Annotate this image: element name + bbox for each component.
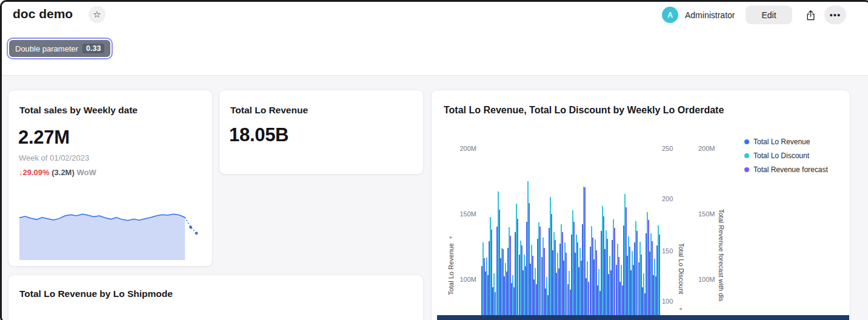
delta-period: WoW [76, 168, 96, 177]
delta-percent: 29.09% [23, 168, 50, 177]
bar-group [646, 212, 649, 320]
legend-dot [744, 153, 749, 158]
share-button[interactable] [801, 6, 820, 24]
right-axis-title: Total Revenue forecast with dis [718, 209, 725, 301]
bar-group [485, 258, 489, 320]
sparkline-point [195, 232, 198, 235]
bar-group [623, 194, 627, 320]
axis-tick: 150M [456, 210, 476, 218]
card-title: Total Lo Revenue, Total Lo Discount by W… [444, 105, 724, 116]
bar-group [601, 206, 604, 320]
app-window: doc demo ☆ A Administrator Edit ••• Doub… [0, 0, 868, 320]
parameter-label: Double parameter [15, 44, 78, 53]
avatar[interactable]: A [662, 7, 678, 23]
bar-group [511, 275, 515, 320]
bar-group [597, 269, 601, 320]
middle-axis-title: Total Lo Discount [678, 243, 685, 294]
bar-group [649, 233, 653, 320]
kpi-sales-card: Total sales by Weekly date 2.27M Week of… [8, 90, 213, 267]
axis-tick: 150M [698, 210, 715, 218]
bar-group [530, 245, 533, 320]
bar-group [563, 242, 567, 320]
bar-group [619, 265, 623, 320]
bar-group [575, 235, 578, 320]
doc-title: doc demo [13, 7, 73, 21]
bar-group [593, 239, 597, 320]
kpi-value: 2.27M [18, 127, 70, 148]
bar-group [559, 224, 563, 320]
bar-group [492, 273, 496, 320]
bar-group [515, 204, 518, 320]
sales-sparkline[interactable] [19, 210, 196, 260]
bar-group [582, 187, 586, 320]
axis-tick: 200M [698, 145, 715, 153]
axis-tick: 250 [662, 145, 673, 153]
card-title: Total Lo Revenue [230, 105, 308, 116]
bar-group [616, 244, 619, 320]
sparkline-point [189, 226, 192, 229]
bar-group [556, 253, 559, 320]
axis-pan-left-icon[interactable]: ◂ [679, 306, 682, 312]
clipped-chart-bar [437, 315, 849, 320]
shipmode-card: Total Lo Revenue by Lo Shipmode [8, 275, 424, 320]
bar-group [533, 268, 537, 320]
legend-label: Total Lo Discount [753, 152, 809, 160]
bar-group [604, 230, 608, 320]
card-title: Total Lo Revenue by Lo Shipmode [19, 288, 173, 299]
legend-label: Total Lo Revenue [753, 138, 810, 146]
legend-item[interactable]: Total Lo Revenue [744, 138, 828, 146]
bar-group [642, 273, 646, 320]
kpi-revenue-card: Total Lo Revenue 18.05B [219, 90, 424, 175]
bar[interactable] [659, 235, 660, 320]
user-name: Administrator [685, 10, 735, 20]
legend-label: Total Revenue forecast [753, 165, 828, 174]
kpi-subtitle: Week of 01/02/2023 [19, 153, 89, 162]
bar-group [656, 225, 660, 320]
legend-dot [744, 167, 749, 172]
legend-item[interactable]: Total Revenue forecast [744, 165, 828, 174]
parameter-control[interactable]: Double parameter 0.33 [7, 38, 113, 59]
edit-button[interactable]: Edit [746, 5, 792, 24]
bar-group [496, 192, 500, 320]
bar-group [537, 222, 541, 320]
kpi-value: 18.05B [229, 124, 289, 146]
bar-group [519, 241, 522, 320]
axis-tick: 100M [698, 276, 715, 284]
combo-plot[interactable] [481, 140, 661, 320]
bar-group [586, 261, 589, 320]
axis-pan-right-icon[interactable]: ▸ [450, 235, 453, 240]
favorite-button[interactable]: ☆ [88, 6, 105, 23]
bar-group [571, 210, 575, 320]
card-title: Total sales by Weekly date [19, 105, 138, 116]
left-axis-title: Total Lo Revenue [447, 243, 455, 295]
parameter-value: 0.33 [82, 44, 104, 53]
bar-group [552, 232, 556, 320]
bar-group [578, 248, 582, 320]
combo-chart-card: Total Lo Revenue, Total Lo Discount by W… [431, 90, 850, 320]
bar-group [541, 238, 545, 320]
bar-group [545, 277, 549, 320]
sparkline-area [19, 214, 185, 260]
axis-tick: 150 [662, 247, 673, 255]
bar-group [627, 236, 630, 320]
bar-group [522, 255, 526, 320]
more-button[interactable]: ••• [824, 5, 846, 24]
share-icon [806, 10, 816, 21]
bar-group [500, 248, 504, 320]
header: doc demo ☆ A Administrator Edit ••• Doub… [2, 2, 868, 76]
bar-group [608, 256, 612, 320]
bar-group [630, 251, 634, 320]
axis-tick: 100 [662, 298, 673, 305]
axis-tick: 200M [456, 145, 476, 153]
bar-group [638, 242, 642, 320]
bar-group [526, 181, 530, 320]
bar-group [612, 219, 615, 320]
ellipsis-icon: ••• [830, 10, 841, 20]
bar-group [567, 271, 571, 320]
bar-group [653, 259, 656, 320]
bar-group [481, 242, 485, 320]
axis-tick: 200 [662, 195, 673, 203]
star-icon: ☆ [93, 9, 101, 19]
legend-item[interactable]: Total Lo Discount [744, 152, 828, 160]
axis-tick: 100M [456, 276, 476, 284]
